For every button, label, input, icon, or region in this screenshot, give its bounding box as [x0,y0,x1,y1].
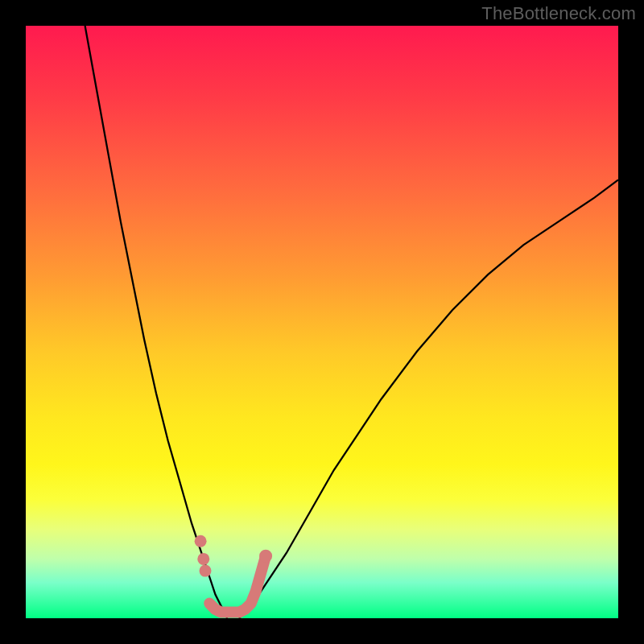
valley-markers [195,535,273,613]
left-bottleneck-curve [85,26,228,618]
marker-dot [200,565,212,577]
watermark-text: TheBottleneck.com [481,3,636,24]
chart-frame: TheBottleneck.com [0,0,644,644]
chart-svg [26,26,618,618]
marker-dot [197,553,209,565]
marker-worm [209,556,266,613]
marker-dot [259,550,272,563]
marker-dot [195,535,207,547]
plot-area [26,26,618,618]
right-bottleneck-curve [239,180,618,618]
